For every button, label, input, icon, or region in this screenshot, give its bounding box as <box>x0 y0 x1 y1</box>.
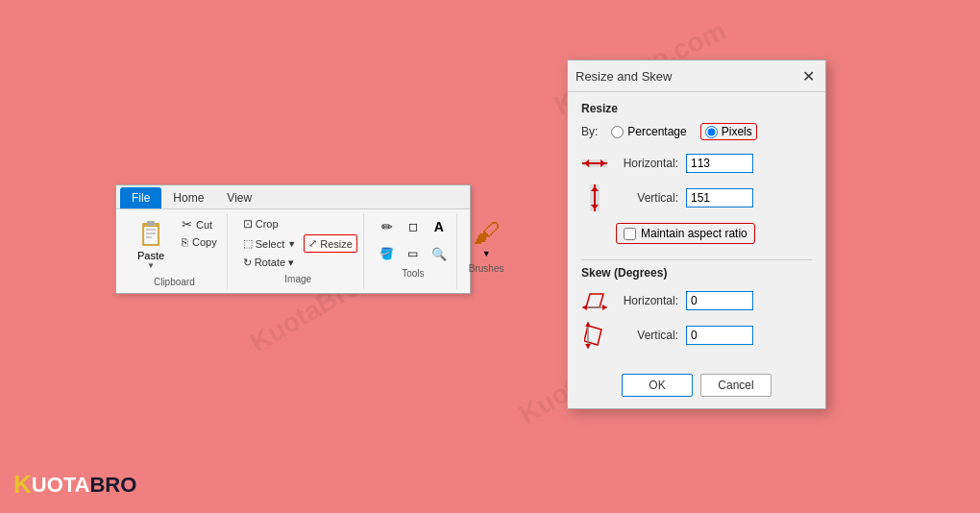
skew-vertical-input[interactable] <box>686 326 753 345</box>
skew-vertical-row: Vertical: <box>581 322 812 349</box>
skew-section-title: Skew (Degrees) <box>581 266 812 280</box>
tab-home[interactable]: Home <box>161 187 215 208</box>
logo: K UOTA BRO <box>13 470 136 500</box>
horizontal-input[interactable] <box>686 154 753 173</box>
pixels-radio[interactable] <box>705 126 718 138</box>
maintain-aspect-label: Maintain aspect ratio <box>641 227 747 240</box>
rotate-icon: ↻ <box>243 256 252 269</box>
toolbar-body: Paste ▼ ✂ Cut ⎘ Copy Clipboard <box>116 209 470 293</box>
image-label: Image <box>284 274 311 284</box>
tab-view[interactable]: View <box>215 187 263 208</box>
resize-horizontal-row: Horizontal: <box>581 150 812 177</box>
brushes-label: Brushes <box>469 263 504 274</box>
section-divider <box>581 259 812 260</box>
vertical-resize-icon <box>581 184 608 211</box>
paste-dropdown-arrow: ▼ <box>147 261 155 270</box>
percentage-option[interactable]: Percentage <box>611 125 686 138</box>
crop-icon: ⊡ <box>243 217 253 231</box>
skew-horizontal-label: Horizontal: <box>616 294 678 307</box>
vertical-input[interactable] <box>686 188 753 208</box>
paste-label: Paste <box>137 250 164 261</box>
scissors-icon: ✂ <box>182 217 192 232</box>
select-button[interactable]: ⬚ Select ▼ <box>239 235 301 252</box>
paint-toolbar: File Home View <box>115 184 471 294</box>
cut-label: Cut <box>196 219 212 231</box>
copy-label: Copy <box>192 236 217 248</box>
cancel-button[interactable]: Cancel <box>700 374 772 397</box>
vertical-label: Vertical: <box>616 191 678 205</box>
pixels-label: Pixels <box>722 125 752 138</box>
brushes-dropdown: ▼ <box>482 249 491 258</box>
rotate-button[interactable]: ↻ Rotate ▾ <box>239 255 357 271</box>
cut-button[interactable]: ✂ Cut <box>178 215 221 233</box>
resize-skew-dialog: Resize and Skew ✕ Resize By: Percentage … <box>567 60 826 409</box>
logo-bro: BRO <box>89 473 136 498</box>
image-group: ⊡ Crop ⬚ Select ▼ ⤢ Resize <box>233 213 364 289</box>
brushes-button[interactable]: 🖌 ▼ <box>471 215 502 260</box>
resize-button[interactable]: ⤢ Resize <box>304 234 357 253</box>
select-icon: ⬚ <box>243 237 253 250</box>
tools-row-1: ✏ ◻ A <box>376 215 451 238</box>
fill-icon[interactable]: 🪣 <box>376 242 399 265</box>
paste-icon <box>135 219 166 250</box>
horizontal-skew-icon <box>581 287 608 314</box>
toolbar-tabs: File Home View <box>116 185 470 209</box>
clipboard-label: Clipboard <box>154 277 195 287</box>
dialog-close-button[interactable]: ✕ <box>798 66 818 86</box>
svg-marker-18 <box>584 326 601 345</box>
horizontal-resize-icon <box>581 150 608 177</box>
copy-button[interactable]: ⎘ Copy <box>178 234 221 250</box>
crop-label: Crop <box>256 218 279 230</box>
ok-button[interactable]: OK <box>622 374 693 397</box>
svg-marker-14 <box>586 294 603 307</box>
by-label: By: <box>581 125 598 138</box>
pixels-option[interactable]: Pixels <box>700 123 757 140</box>
crop-button[interactable]: ⊡ Crop <box>239 215 282 232</box>
skew-vertical-label: Vertical: <box>616 329 678 342</box>
brushes-group: 🖌 ▼ Brushes <box>463 213 510 289</box>
skew-horizontal-input[interactable] <box>686 291 753 310</box>
rotate-label: Rotate ▾ <box>255 256 294 269</box>
text-icon[interactable]: A <box>428 215 451 238</box>
svg-rect-2 <box>147 221 155 226</box>
svg-rect-3 <box>146 229 156 231</box>
resize-by-row: By: Percentage Pixels <box>581 123 812 140</box>
eraser-icon[interactable]: ◻ <box>402 215 425 238</box>
tools-row-2: 🪣 ▭ 🔍 <box>376 242 451 265</box>
brushes-icon: 🖌 <box>473 217 500 249</box>
horizontal-label: Horizontal: <box>616 157 678 170</box>
resize-label: Resize <box>320 238 353 250</box>
pencil-icon[interactable]: ✏ <box>376 215 399 238</box>
svg-marker-17 <box>602 305 607 310</box>
select-arrow: ▼ <box>287 239 296 249</box>
resize-section-title: Resize <box>581 102 812 115</box>
image-buttons: ⊡ Crop ⬚ Select ▼ ⤢ Resize <box>239 215 357 271</box>
svg-marker-20 <box>585 322 591 327</box>
maintain-aspect-checkbox[interactable] <box>624 228 636 240</box>
dialog-title: Resize and Skew <box>576 69 672 84</box>
skew-horizontal-row: Horizontal: <box>581 287 812 314</box>
svg-rect-5 <box>146 236 152 238</box>
svg-marker-16 <box>582 305 587 310</box>
highlighter-icon[interactable]: ▭ <box>402 242 425 265</box>
paste-button[interactable]: Paste ▼ <box>128 215 174 274</box>
select-label: Select <box>256 238 285 250</box>
tab-file[interactable]: File <box>120 187 161 208</box>
cut-copy-group: ✂ Cut ⎘ Copy <box>178 215 221 274</box>
dialog-footer: OK Cancel <box>568 366 825 408</box>
magnify-icon[interactable]: 🔍 <box>428 242 451 265</box>
tools-label: Tools <box>402 268 424 279</box>
logo-k: K <box>13 470 32 500</box>
dialog-title-bar: Resize and Skew ✕ <box>568 61 825 92</box>
percentage-radio[interactable] <box>611 126 624 138</box>
resize-vertical-row: Vertical: <box>581 184 812 211</box>
svg-marker-21 <box>585 344 591 349</box>
tools-icons: ✏ ◻ A 🪣 ▭ 🔍 <box>376 215 451 265</box>
svg-rect-4 <box>146 232 156 234</box>
dialog-body: Resize By: Percentage Pixels <box>568 92 825 366</box>
logo-uota: UOTA <box>32 473 90 498</box>
vertical-skew-icon <box>581 322 608 349</box>
clipboard-group: Paste ▼ ✂ Cut ⎘ Copy Clipboard <box>122 213 228 289</box>
maintain-aspect-container: Maintain aspect ratio <box>616 223 755 244</box>
resize-icon: ⤢ <box>308 237 317 250</box>
